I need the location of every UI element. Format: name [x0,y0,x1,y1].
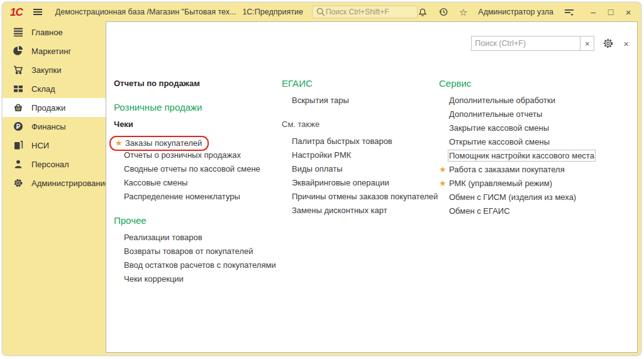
menu-item: ★Работа с заказами покупателя [439,163,594,177]
menu-item-link[interactable]: Возвраты товаров от покупателей [124,246,253,256]
menu-item: Закрытие кассовой смены [439,121,594,135]
menu-item-label: Сводные отчеты по кассовой смене [124,164,260,174]
sidebar-item-label: НСИ [31,141,49,150]
menu-item-link[interactable]: Закрытие кассовой смены [449,123,549,133]
maximize-button[interactable]: □ [603,8,618,16]
menu-item-link[interactable]: Открытие кассовой смены [449,137,550,146]
service-menu-icon[interactable] [564,7,574,17]
favorite-star-icon[interactable]: ★ [439,177,449,191]
menu-item-link[interactable]: Виды оплаты [292,164,343,174]
menu-item-link[interactable]: Помощник настройки кассового места [449,151,594,160]
menu-item-label: Замены дисконтных карт [292,206,387,215]
menu-item: Обмен с ГИСМ (изделия из меха) [439,191,594,204]
sidebar-item-label: Главное [31,28,63,37]
sidebar-item-sales[interactable]: Продажи [3,98,106,117]
menu-item-link[interactable]: Кассовые смены [124,178,187,187]
history-icon[interactable] [438,7,448,17]
current-user[interactable]: Администратор узла [478,8,553,16]
menu-item: Вскрытия тары [282,94,438,108]
menu-item-link[interactable]: Настройки РМК [292,150,351,160]
menu-item-link[interactable]: Палитра быстрых товаров [292,136,392,146]
menu-item: Эквайринговые операции [282,176,438,190]
menu-item-link[interactable]: Сводные отчеты по кассовой смене [124,164,260,174]
panel-search-input[interactable] [471,36,580,51]
menu-item-link[interactable]: Вскрытия тары [292,96,349,105]
section-heading[interactable]: Чеки [114,118,276,131]
menu-item-label: Виды оплаты [292,164,343,174]
menu-item: Сводные отчеты по кассовой смене [114,162,276,176]
menu-item-label: Палитра быстрых товаров [292,136,392,146]
menu-item: Реализации товаров [114,231,276,245]
section-heading[interactable]: Отчеты по продажам [114,77,276,91]
menu-item-label: Заказы покупателей [125,138,202,148]
menu-section: См. такжеПалитра быстрых товаровНастройк… [282,118,438,218]
menu-section: Чеки★Заказы покупателейОтчеты о розничны… [114,118,276,204]
menu-item-link[interactable]: ★РМК (управляемый режим) [449,179,552,188]
menu-item-label: Помощник настройки кассового места [449,151,594,160]
grid-icon [13,84,23,94]
menu-item: Настройки РМК [282,148,438,162]
menu-item-label: Настройки РМК [292,150,351,160]
menu-item-link[interactable]: Дополнительные отчеты [449,109,542,119]
menu-item-label: Обмен с ГИСМ (изделия из меха) [449,192,576,202]
menu-section: ЕГАИСВскрытия тары [282,77,438,108]
menu-item-link[interactable]: Причины отмены заказов покупателей [292,192,438,201]
sidebar-item-master-data[interactable]: НСИ [3,136,106,155]
menu-item-link[interactable]: ★Работа с заказами покупателя [449,165,565,174]
sidebar-item-main[interactable]: Главное [3,23,106,41]
clear-search-icon[interactable]: × [580,36,594,51]
menu-item-label: Закрытие кассовой смены [449,123,549,133]
menu-item-link[interactable]: Распределение номенклатуры [124,192,240,201]
notifications-bell-icon[interactable] [418,7,428,17]
menu-item: Чеки коррекции [114,272,276,286]
menu-section: Розничные продажи [114,101,276,114]
gear-icon[interactable] [602,38,614,49]
sidebar-item-finances[interactable]: PФинансы [3,117,106,136]
menu-item-label: Отчеты о розничных продажах [124,150,241,160]
title-bar: 1С Демонстрационная база /Магазин "Бытов… [3,3,641,21]
menu-item-link[interactable]: Отчеты о розничных продажах [124,150,241,160]
favorite-star-icon[interactable]: ★ [115,137,125,150]
menu-item-label: РМК (управляемый режим) [449,179,552,188]
section-heading: Сервис [439,77,594,91]
menu-item-link[interactable]: Чеки коррекции [124,274,184,284]
menu-item-link[interactable]: Ввод остатков расчетов с покупателями [124,260,276,270]
close-button[interactable]: × [621,8,636,17]
menu-item: Отчеты о розничных продажах [114,148,276,162]
content-panel: × × Отчеты по продажамРозничные продажиЧ… [106,21,638,353]
panel-close-icon[interactable]: × [623,39,629,48]
section-heading: См. также [282,118,438,131]
menu-item: Кассовые смены [114,176,276,190]
panel-search-area: × × [471,36,629,51]
sidebar-item-marketing[interactable]: Маркетинг [3,41,106,60]
menu-item-link[interactable]: Обмен с ГИСМ (изделия из меха) [449,192,576,202]
menu-item-link[interactable]: Дополнительные обработки [449,96,555,105]
menu-item: Ввод остатков расчетов с покупателями [114,258,276,272]
menu-item-link[interactable]: Обмен с ЕГАИС [449,206,510,216]
global-search-input[interactable] [326,8,414,16]
hamburger-menu-icon[interactable] [33,7,43,17]
favorite-star-icon[interactable]: ★ [439,163,449,177]
menu-item-label: Дополнительные обработки [449,96,555,105]
gear-icon [13,178,23,188]
menu-column-middle: ЕГАИСВскрытия тарыСм. такжеПалитра быстр… [282,77,438,218]
pie-chart-icon [13,46,23,56]
menu-item: Помощник настройки кассового места [439,149,594,163]
sidebar-item-purchases[interactable]: Закупки [3,60,106,79]
favorites-star-icon[interactable]: ☆ [459,8,467,17]
app-window: 1С Демонстрационная база /Магазин "Бытов… [3,3,641,355]
section-heading: Прочее [114,214,276,228]
global-search-box[interactable] [312,6,418,18]
menu-item-link[interactable]: Эквайринговые операции [292,178,389,187]
menu-item: Обмен с ЕГАИС [439,204,594,218]
menu-item-link[interactable]: Реализации товаров [124,233,203,242]
sidebar-item-administration[interactable]: Администрирование [3,174,106,192]
menu-item-link[interactable]: Замены дисконтных карт [292,206,387,215]
sidebar-item-warehouse[interactable]: Склад [3,79,106,98]
menu-lines-icon [13,27,23,37]
menu-item: Палитра быстрых товаров [282,135,438,148]
menu-item: Виды оплаты [282,162,438,176]
sidebar-item-personnel[interactable]: Персонал [3,155,106,174]
minimize-button[interactable]: – [586,8,601,16]
menu-item-label: Реализации товаров [124,233,203,242]
